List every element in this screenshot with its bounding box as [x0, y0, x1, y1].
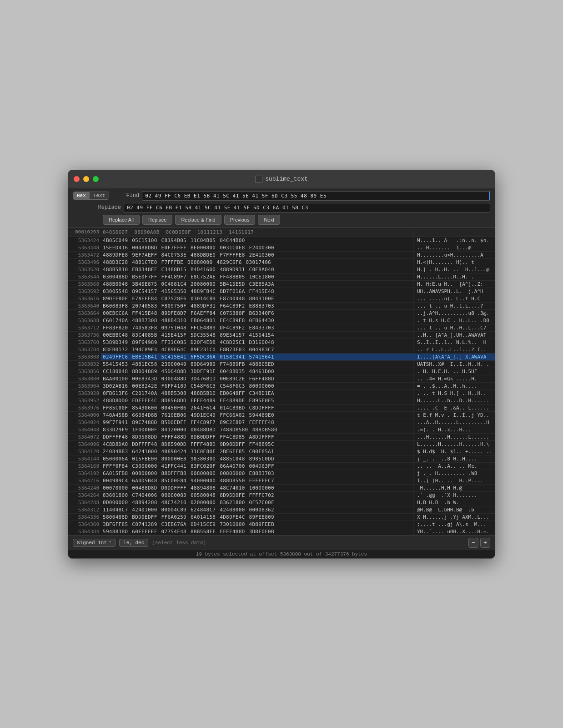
- status-bar: Signed Int ⌃ le, dec (select less data) …: [68, 536, 495, 550]
- increase-button[interactable]: +: [480, 538, 490, 548]
- row-offset: 5364144: [68, 455, 101, 462]
- table-row[interactable]: 5364048833D29F9 1F00000F 84120000 00488D…: [68, 426, 495, 434]
- table-row[interactable]: 53635440300488D B5E0F7FF FF4C89F7 E8C752…: [68, 273, 495, 281]
- row-hex: 5389D349 89F64989 FF31C085 D20F4ED8 4C8D…: [101, 339, 413, 346]
- table-row[interactable]: 5363520488B5B10 EB0348FF C3488D15 B4D416…: [68, 266, 495, 273]
- table-row[interactable]: 536412024084883 64241000 48890424 31C0E8…: [68, 448, 495, 455]
- table-row[interactable]: 53639043D02AB16 00E8242E F6FF4189 C548F6…: [68, 383, 495, 390]
- table-row[interactable]: 5363568488B0048 3B45E875 0C4881C4 200800…: [68, 281, 495, 288]
- table-row[interactable]: 536359203005548 89E54157 41565350 4889FB…: [68, 288, 495, 295]
- table-row[interactable]: 536344815EED416 00488DBD E0F7FFFF BE0008…: [68, 244, 495, 252]
- table-row[interactable]: 5363976FF85C00F 85430600 00450FB6 2641F6…: [68, 404, 495, 412]
- hex-content[interactable]: 00010203 04050607 08090A0B 0C0D0E0F 1011…: [68, 228, 495, 536]
- row-offset: 5363496: [68, 259, 101, 266]
- table-row[interactable]: 5363880BAA00100 00E8343D 0300488D 3D476B…: [68, 375, 495, 383]
- row-offset: 5363688: [68, 317, 101, 324]
- table-row[interactable]: 5364312114048C7 42401000 00004C89 624848…: [68, 506, 495, 514]
- row-offset: 5363856: [68, 368, 101, 375]
- row-offset: 5364216: [68, 477, 101, 484]
- status-type[interactable]: Signed Int ⌃: [73, 539, 116, 547]
- minimize-button[interactable]: [83, 176, 89, 182]
- table-row[interactable]: 5364072DDFFFF48 8D9588DD FFFF488D 8DB0DD…: [68, 434, 495, 441]
- table-row[interactable]: 536426483601800 C7404006 00000083 605800…: [68, 492, 495, 499]
- row-hex: 0FB613F6 C201740A 488B5308 488B5B10 EB06…: [101, 390, 413, 397]
- table-row[interactable]: 5363640B60083F8 20740583 F809750F 4889DF…: [68, 303, 495, 310]
- row-hex: 83601800 C7404006 00000083 60580048 8D95…: [101, 492, 413, 499]
- table-row[interactable]: 53641440500006A 015FBE00 800000E8 903803…: [68, 455, 495, 463]
- row-offset: 5363568: [68, 281, 101, 288]
- replace-input[interactable]: [124, 203, 490, 212]
- row-hex: 0D000000 48894208 48C74210 02000000 8362…: [101, 499, 413, 506]
- row-offset: 5364120: [68, 448, 101, 455]
- table-row[interactable]: 536361689DFE80F F7AEFF84 C07528F6 03014C…: [68, 295, 495, 303]
- row-offset: 5363736: [68, 332, 101, 339]
- table-row[interactable]: 5364000740A458B 66084D8B 7610EB06 49D1EC…: [68, 412, 495, 419]
- header-hex: 04050607 08090A0B 0C0D0E0F 10111213 1415…: [101, 229, 413, 236]
- replace-find-button[interactable]: Replace & Find: [175, 215, 221, 225]
- table-row[interactable]: 536378483EB0172 194C89F4 4C89E64C 89F231…: [68, 346, 495, 354]
- hex-toggle-button[interactable]: Hex: [73, 192, 90, 199]
- status-controls: − +: [468, 538, 490, 548]
- table-row[interactable]: 5364168FFFF0F84 C3000000 41FFC441 83FC02…: [68, 463, 495, 470]
- row-hex: 3BF6FF85 C0741289 C3EB676A 0D415CE9 7301…: [101, 521, 413, 528]
- table-row[interactable]: 536424000070000 00488D8D D0DDFFFF 488948…: [68, 485, 495, 492]
- table-row[interactable]: 536366400EBCC6A FF415E48 89DFE8D7 F6AEFF…: [68, 310, 495, 317]
- table-row[interactable]: 5363712FF83F820 740583F8 09751048 FFCE48…: [68, 324, 495, 332]
- table-row[interactable]: 5364216004989C4 6A0D5B48 85C00F84 940000…: [68, 477, 495, 485]
- status-format[interactable]: le, dec: [119, 539, 148, 547]
- row-hex: 55415453 4881EC58 23000049 89D64989 F748…: [101, 361, 413, 368]
- header-offset: 00010203: [68, 229, 101, 236]
- row-offset: 5364072: [68, 434, 101, 440]
- close-button[interactable]: [74, 176, 80, 182]
- table-row[interactable]: 536402499F7F941 89C7488D B5D0EDFF FF4C89…: [68, 419, 495, 426]
- table-row[interactable]: 5363496488D3C28 4881C7E0 F7FFFBE 0008000…: [68, 259, 495, 266]
- table-row[interactable]: 53634724889DFE8 9EF7AEFF 84C0753E 488DBD…: [68, 252, 495, 259]
- app-icon: [255, 176, 262, 183]
- row-hex: 488B5B10 EB0348FF C3488D15 B4D41600 4889…: [101, 266, 413, 273]
- next-button[interactable]: Next: [258, 215, 280, 225]
- decrease-button[interactable]: −: [468, 538, 478, 548]
- table-row[interactable]: 53641926A015FB8 00800000 88DFFFB8 008000…: [68, 470, 495, 477]
- header-ascii: [413, 229, 495, 236]
- table-row[interactable]: 536383255415453 4881EC58 23000049 89D649…: [68, 361, 495, 368]
- row-ascii: @H.B@ L.bHH.B@ .b: [413, 506, 495, 513]
- row-offset: 5363976: [68, 404, 101, 411]
- table-row[interactable]: 53634244B05C049 05C15100 C8194B05 11C04B…: [68, 237, 495, 244]
- table-row[interactable]: 53642880D000000 48894208 48C74210 020000…: [68, 499, 495, 506]
- row-offset: 5363544: [68, 273, 101, 280]
- row-ascii: $ H.d$ H. $1.. +..... ..: [413, 448, 495, 455]
- row-offset: 5364336: [68, 514, 101, 521]
- row-ascii: I..j [H.. .. H..P....: [413, 477, 495, 484]
- table-row[interactable]: 53637605389D349 89F64989 FF31C085 D20F4E…: [68, 339, 495, 346]
- row-hex: 0249FFC6 EBE15B41 5C415E41 5F5DC36A 0158…: [101, 354, 413, 360]
- table-row[interactable]: 53643365800488D BDD0EDFF FF6A0259 6A0141…: [68, 514, 495, 521]
- table-row[interactable]: 53639280FB613F6 C201740A 488B5308 488B5B…: [68, 390, 495, 397]
- find-input[interactable]: [142, 191, 490, 201]
- row-hex: 3D02AB16 00E8242E F6FF4189 C548F6C3 C548…: [101, 383, 413, 389]
- row-offset: 5363784: [68, 346, 101, 353]
- row-offset: 5363880: [68, 375, 101, 382]
- table-row[interactable]: 53640964C8D8DA0 DDFFFF48 8D8590DD FFFF48…: [68, 441, 495, 448]
- row-offset: 5363664: [68, 310, 101, 317]
- row-hex: 488D3C28 4881C7E0 F7FFFBE 00080000 4829C…: [101, 259, 413, 266]
- replace-all-button[interactable]: Replace All: [103, 215, 140, 225]
- table-row[interactable]: 5364384594883BD 60FFFFFF 07754F48 8BB558…: [68, 528, 495, 536]
- row-offset: 5364096: [68, 441, 101, 448]
- table-row[interactable]: 53638080249FFC6 EBE15B41 5C415E41 5F5DC3…: [68, 354, 495, 361]
- table-row[interactable]: 536373600EBBC48 83C4085B 415E415F 5DC355…: [68, 332, 495, 339]
- previous-button[interactable]: Previous: [224, 215, 256, 225]
- table-row[interactable]: 5363856CC180048 8B004889 45D0488D 3DDFF9…: [68, 368, 495, 375]
- hex-text-toggle[interactable]: Hex Text: [73, 192, 109, 200]
- row-hex: 4B05C049 05C15100 C8194B05 11C04B05 04C4…: [101, 237, 413, 244]
- text-toggle-button[interactable]: Text: [90, 192, 109, 199]
- title-bar: sublime_text: [68, 170, 495, 188]
- row-offset: 5364000: [68, 412, 101, 419]
- row-hex: B60083F8 20740583 F809750F 4889DF31 F64C…: [101, 303, 413, 309]
- table-row[interactable]: 5363688C601740A 488B7308 488B4310 EB0648…: [68, 317, 495, 324]
- replace-button[interactable]: Replace: [142, 215, 172, 225]
- find-label: Find: [112, 192, 139, 199]
- table-row[interactable]: 5363952488D8DD0 FDFFFF4C 8D8568DD FFFF44…: [68, 397, 495, 404]
- row-offset: 5364288: [68, 499, 101, 506]
- maximize-button[interactable]: [93, 176, 99, 182]
- table-row[interactable]: 53643603BF6FF85 C0741289 C3EB676A 0D415C…: [68, 521, 495, 528]
